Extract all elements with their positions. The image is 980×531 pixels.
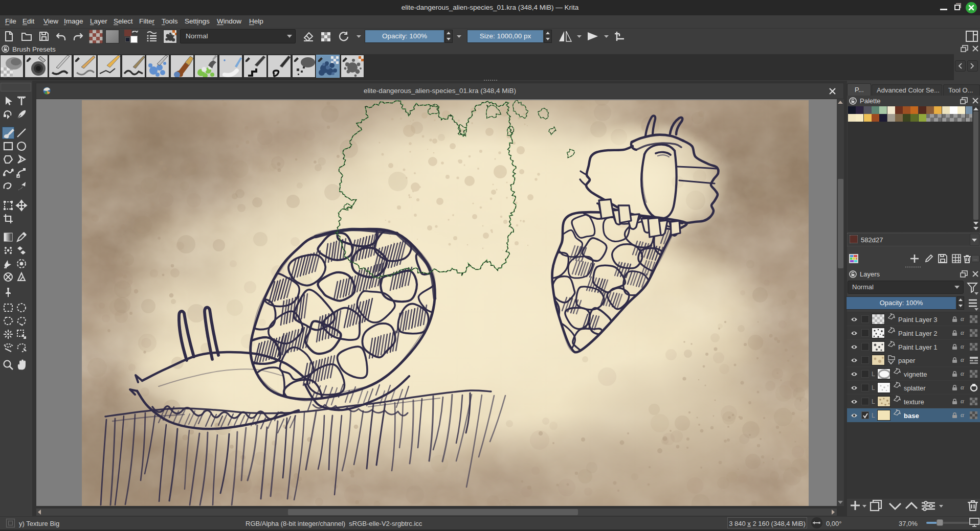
svg-text:α: α — [961, 384, 965, 391]
svg-text:α: α — [961, 315, 965, 322]
svg-text:α: α — [961, 356, 965, 363]
svg-text:α: α — [961, 411, 965, 419]
svg-text:α: α — [961, 398, 965, 405]
svg-text:α: α — [961, 370, 965, 377]
svg-text:α: α — [961, 343, 965, 350]
svg-text:α: α — [961, 329, 965, 336]
